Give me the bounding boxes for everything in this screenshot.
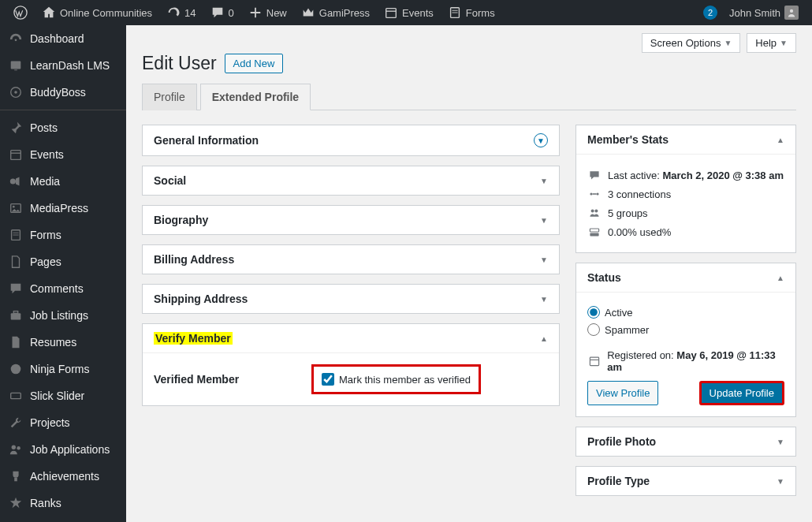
stat-connections: 3 connections xyxy=(587,185,784,203)
crown-icon xyxy=(301,6,315,20)
ninja-icon xyxy=(8,361,24,377)
sidebar-item-projects[interactable]: Projects xyxy=(0,409,126,436)
sidebar-item-learndash[interactable]: LearnDash LMS xyxy=(0,52,126,79)
update-profile-button[interactable]: Update Profile xyxy=(699,381,784,405)
svg-point-25 xyxy=(17,446,20,450)
gauge-icon xyxy=(8,31,24,47)
chevron-down-icon: ▼ xyxy=(724,39,732,47)
section-toggle[interactable]: Biography ▼ xyxy=(143,206,559,234)
sidebar-item-joblistings[interactable]: Job Listings xyxy=(0,302,126,329)
verified-checkbox-label: Mark this member as verified xyxy=(339,374,471,386)
stat-value: 3 connections xyxy=(608,188,671,200)
updates-link[interactable]: 14 xyxy=(161,0,201,25)
user-name: John Smith xyxy=(729,7,780,19)
profile-tabs: Profile Extended Profile xyxy=(142,84,796,110)
sidebar-item-label: MediaPress xyxy=(30,202,88,214)
sidebar-item-label: Forms xyxy=(30,229,61,241)
panel-toggle[interactable]: Profile Type ▼ xyxy=(576,467,795,495)
sidebar-item-resumes[interactable]: Resumes xyxy=(0,329,126,356)
sidebar-item-slickslider[interactable]: Slick Slider xyxy=(0,382,126,409)
view-profile-button[interactable]: View Profile xyxy=(587,381,658,405)
chevron-down-icon: ▼ xyxy=(534,133,548,147)
sidebar-item-comments[interactable]: Comments xyxy=(0,275,126,302)
section-toggle[interactable]: Shipping Address ▼ xyxy=(143,285,559,313)
sidebar-item-label: Media xyxy=(30,175,60,188)
stat-value: March 2, 2020 @ 3:38 am xyxy=(662,170,784,181)
screen-options-toggle[interactable]: Screen Options ▼ xyxy=(642,33,741,53)
svg-rect-9 xyxy=(14,69,17,70)
sidebar-item-ninjaforms[interactable]: Ninja Forms xyxy=(0,356,126,382)
sidebar-item-jobapps[interactable]: Job Applications xyxy=(0,436,126,463)
sidebar-item-media[interactable]: Media xyxy=(0,168,126,195)
section-toggle[interactable]: Billing Address ▼ xyxy=(143,245,559,274)
sidebar-item-label: LearnDash LMS xyxy=(30,59,110,72)
svg-rect-23 xyxy=(11,393,21,398)
section-toggle[interactable]: Verify Member ▲ xyxy=(143,324,559,352)
gamipress-link[interactable]: GamiPress xyxy=(296,0,375,25)
verified-checkbox-wrapper[interactable]: Mark this member as verified xyxy=(311,364,481,394)
account-link[interactable]: John Smith xyxy=(724,0,804,25)
chevron-down-icon: ▼ xyxy=(540,177,548,185)
storage-icon xyxy=(587,226,602,238)
status-active-radio-row[interactable]: Active xyxy=(587,304,784,321)
add-new-button[interactable]: Add New xyxy=(225,54,284,73)
page-title-text: Edit User xyxy=(142,53,217,74)
chevron-down-icon: ▼ xyxy=(777,438,784,446)
section-toggle[interactable]: Social ▼ xyxy=(143,166,559,195)
chevron-down-icon: ▼ xyxy=(777,477,784,486)
sidebar-item-dashboard[interactable]: Dashboard xyxy=(0,25,126,52)
section-toggle[interactable]: General Information ▼ xyxy=(143,125,559,155)
panel-toggle[interactable]: Status ▲ xyxy=(576,263,795,292)
sidebar-item-label: Posts xyxy=(30,121,58,134)
sidebar-item-events[interactable]: Events xyxy=(0,141,126,168)
groups-icon xyxy=(587,207,602,219)
sidebar-item-pages[interactable]: Pages xyxy=(0,248,126,275)
section-title: General Information xyxy=(154,134,259,147)
screen-options-label: Screen Options xyxy=(650,37,721,49)
slider-icon xyxy=(8,388,24,404)
sidebar-item-buddyboss[interactable]: BuddyBoss xyxy=(0,79,126,106)
svg-point-11 xyxy=(14,91,17,94)
svg-point-27 xyxy=(590,192,592,195)
sidebar-item-forms[interactable]: Forms xyxy=(0,222,126,248)
help-toggle[interactable]: Help ▼ xyxy=(747,33,796,53)
panel-toggle[interactable]: Profile Photo ▼ xyxy=(576,427,795,456)
updates-count: 14 xyxy=(184,7,196,19)
section-social: Social ▼ xyxy=(142,166,560,196)
sidebar-item-label: Projects xyxy=(30,416,70,429)
sidebar-item-posts[interactable]: Posts xyxy=(0,110,126,141)
tab-extended-profile[interactable]: Extended Profile xyxy=(200,84,311,110)
site-link[interactable]: Online Communities xyxy=(36,0,158,25)
events-link[interactable]: Events xyxy=(378,0,439,25)
form-icon xyxy=(8,227,24,243)
chevron-down-icon: ▼ xyxy=(780,39,788,47)
site-name: Online Communities xyxy=(60,7,152,19)
sidebar-item-achievements[interactable]: Achievements xyxy=(0,463,126,490)
svg-rect-8 xyxy=(11,62,21,69)
status-spammer-radio-row[interactable]: Spammer xyxy=(587,321,784,338)
sidebar-item-mediapress[interactable]: MediaPress xyxy=(0,195,126,222)
status-active-radio[interactable] xyxy=(587,306,600,319)
panel-profile-type: Profile Type ▼ xyxy=(575,466,796,496)
admin-topbar: Online Communities 14 0 New GamiPress Ev… xyxy=(0,0,812,25)
forms-link[interactable]: Forms xyxy=(442,0,501,25)
svg-rect-20 xyxy=(11,313,21,319)
notifications-badge[interactable]: 2 xyxy=(703,6,717,20)
status-spammer-radio[interactable] xyxy=(587,323,600,336)
section-title: Social xyxy=(154,174,186,187)
sidebar-item-ranks[interactable]: Ranks xyxy=(0,490,126,516)
chevron-up-icon: ▲ xyxy=(777,274,784,282)
panel-toggle[interactable]: Member's Stats ▲ xyxy=(576,125,795,154)
new-link[interactable]: New xyxy=(243,0,292,25)
section-title: Billing Address xyxy=(154,253,234,266)
svg-point-28 xyxy=(596,192,598,195)
panel-member-stats: Member's Stats ▲ Last active: March 2, 2… xyxy=(575,125,796,253)
verified-checkbox[interactable] xyxy=(322,373,334,386)
comments-link[interactable]: 0 xyxy=(205,0,240,25)
tab-profile[interactable]: Profile xyxy=(142,84,197,110)
page-title: Edit User Add New xyxy=(142,53,796,74)
wp-logo[interactable] xyxy=(8,0,33,25)
briefcase-icon xyxy=(8,308,24,323)
trophy-icon xyxy=(8,468,24,484)
svg-point-16 xyxy=(13,206,15,208)
